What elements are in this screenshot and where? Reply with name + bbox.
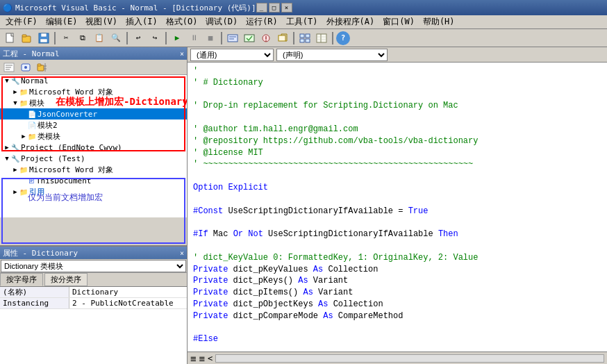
toolbar-sep3: [165, 32, 167, 44]
toolbar-copy-button[interactable]: ⧉: [75, 31, 90, 45]
menu-help[interactable]: 帮助(H): [419, 15, 459, 29]
tree-item-module2[interactable]: 📄 模块2: [0, 119, 187, 131]
tree-item-test-word[interactable]: ▶ 📁 Microsoft Word 对象: [0, 164, 187, 175]
tree-expand-word-obj[interactable]: ▶: [11, 88, 19, 96]
toolbar-redo-button[interactable]: ↪: [147, 31, 163, 45]
toolbar: ✂ ⧉ 📋 🔍 ↩ ↪ ▶ ⏸ ■ ?: [0, 29, 607, 47]
tree-label-classes: 类模块: [38, 131, 60, 142]
menu-addins[interactable]: 外接程序(A): [322, 15, 379, 29]
menu-window[interactable]: 窗口(W): [379, 15, 419, 29]
props-val-0[interactable]: Dictionary: [69, 288, 187, 297]
tree-expand-classes[interactable]: ▶: [19, 132, 28, 140]
toolbar-paste-button[interactable]: 📋: [92, 31, 107, 45]
properties-tabs: 按字母序 按分类序: [0, 273, 187, 287]
toolbar-props-button[interactable]: [314, 31, 329, 45]
view-object-button[interactable]: [18, 60, 33, 74]
properties-panel-close[interactable]: ×: [180, 249, 184, 257]
tree-expand-modules[interactable]: ▼: [11, 99, 19, 107]
close-button[interactable]: ×: [281, 3, 292, 13]
minimize-button[interactable]: _: [256, 3, 267, 13]
project-panel-header: 工程 - Normal ×: [0, 47, 187, 60]
tree-label-jsonconverter: JsonConverter: [38, 110, 97, 119]
props-tab-category[interactable]: 按分类序: [44, 273, 88, 286]
menu-tools[interactable]: 工具(T): [282, 15, 322, 29]
toolbar-sep5: [293, 32, 294, 44]
tree-icon-test-word: 📁: [19, 166, 28, 174]
menu-run[interactable]: 运行(R): [242, 15, 282, 29]
menu-view[interactable]: 视图(V): [81, 15, 122, 29]
left-panel: 工程 - Normal ×: [0, 47, 188, 364]
svg-rect-14: [300, 34, 304, 38]
project-panel-toolbar: [0, 60, 187, 75]
tree-item-normal[interactable]: ▼ 🔧 Normal: [0, 75, 187, 86]
toolbar-run-button[interactable]: ▶: [169, 31, 185, 45]
menu-debug[interactable]: 调试(D): [201, 15, 242, 29]
props-row-1: Instancing 2 - PublicNotCreatable: [0, 298, 187, 309]
svg-rect-29: [38, 64, 41, 66]
code-scope-select[interactable]: (通用): [190, 49, 274, 61]
toolbar-open-button[interactable]: [19, 31, 35, 45]
tree-icon-normal: 🔧: [11, 77, 19, 85]
title-text: Microsoft Visual Basic - Normal - [Dicti…: [15, 3, 256, 13]
svg-point-12: [265, 40, 267, 42]
props-val-1[interactable]: 2 - PublicNotCreatable: [69, 299, 187, 308]
code-scrollbar-horizontal[interactable]: [215, 354, 604, 363]
menu-insert[interactable]: 插入(I): [122, 15, 162, 29]
menu-edit[interactable]: 编辑(E): [42, 15, 82, 29]
tree-item-jsonconverter[interactable]: 📄 JsonConverter: [0, 108, 187, 119]
toolbar-sep6: [332, 32, 333, 44]
project-panel-close[interactable]: ×: [180, 50, 184, 58]
tree-expand-normal[interactable]: ▼: [3, 76, 11, 85]
tree-icon-word-obj: 📁: [19, 88, 28, 96]
view-code-button[interactable]: [1, 60, 17, 74]
tree-icon-thisdoc: 🖹: [28, 177, 35, 185]
toolbar-break-button[interactable]: ⏸: [186, 31, 201, 45]
maximize-button[interactable]: □: [269, 3, 280, 13]
tree-label-test-word: Microsoft Word 对象: [29, 165, 113, 175]
app-icon: 🔵: [3, 3, 13, 13]
tree-expand-endnote[interactable]: ▶: [3, 143, 11, 151]
tree-label-modules: 模块: [29, 98, 44, 108]
tree-icon-refs: 📁: [19, 188, 28, 196]
properties-panel-title: 属性 - Dictionary: [3, 248, 78, 258]
tree-expand-refs[interactable]: ▶: [11, 188, 19, 196]
properties-selector-select[interactable]: Dictionary 类模块: [1, 260, 186, 272]
code-header: (通用) (声明): [188, 47, 607, 63]
tree-label-module2: 模块2: [38, 120, 58, 131]
code-proc-select[interactable]: (声明): [276, 49, 388, 61]
toolbar-undo-button[interactable]: ↩: [131, 31, 146, 45]
tree-icon-jsonconverter: 📄: [28, 110, 36, 118]
toolbar-projectexplorer-button[interactable]: [297, 31, 313, 45]
toolbar-stop-button[interactable]: ■: [203, 31, 218, 45]
title-bar: 🔵 Microsoft Visual Basic - Normal - [Dic…: [0, 0, 607, 15]
toggle-folders-button[interactable]: [35, 60, 50, 74]
toolbar-new-button[interactable]: [3, 31, 18, 45]
toolbar-cut-button[interactable]: ✂: [58, 31, 74, 45]
menu-format[interactable]: 格式(O): [162, 15, 202, 29]
menu-bar: 文件(F) 编辑(E) 视图(V) 插入(I) 格式(O) 调试(D) 运行(R…: [0, 15, 607, 29]
toolbar-debug4-button[interactable]: [275, 31, 290, 45]
toolbar-debug2-button[interactable]: [242, 31, 257, 45]
toolbar-find-button[interactable]: 🔍: [108, 31, 124, 45]
tree-item-endnote[interactable]: ▶ 🔧 Project (EndNote Cwyw): [0, 142, 187, 153]
props-tab-alpha[interactable]: 按字母序: [0, 273, 43, 286]
toolbar-debug1-button[interactable]: [225, 31, 240, 45]
svg-rect-6: [228, 35, 238, 42]
toolbar-debug3-button[interactable]: [258, 31, 274, 45]
tree-item-thisdoc[interactable]: 🖹 ThisDocument: [0, 175, 187, 186]
code-footer-icon3: <: [208, 354, 213, 363]
tree-expand-test[interactable]: ▼: [3, 154, 11, 163]
props-key-0: (名称): [0, 287, 69, 297]
tree-expand-test-word[interactable]: ▶: [11, 165, 19, 174]
code-content[interactable]: ' ' # Dictionary ' Drop-in replacement f…: [188, 63, 607, 351]
properties-selector-row: Dictionary 类模块: [0, 259, 187, 273]
tree-item-test[interactable]: ▼ 🔧 Project (Test): [0, 153, 187, 164]
toolbar-save-button[interactable]: [36, 31, 51, 45]
tree-expand-jsonconverter: [19, 110, 28, 118]
tree-label-thisdoc: ThisDocument: [36, 176, 91, 185]
toolbar-help-button[interactable]: ?: [336, 31, 350, 45]
svg-rect-17: [306, 39, 310, 42]
tree-item-classes[interactable]: ▶ 📁 类模块: [0, 131, 187, 142]
menu-file[interactable]: 文件(F): [1, 15, 42, 29]
props-row-0: (名称) Dictionary: [0, 287, 187, 298]
